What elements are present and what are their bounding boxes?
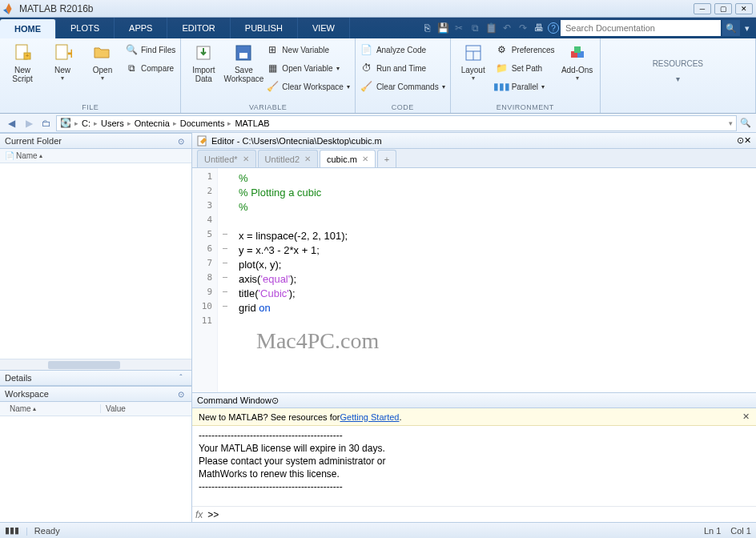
help-icon[interactable]: ? [548,22,559,34]
search-documentation-input[interactable] [561,20,721,36]
editor-tab-untitled[interactable]: Untitled*✕ [197,150,256,167]
command-window-header[interactable]: Command Window ⊙ [192,392,756,408]
current-folder-body[interactable] [0,163,191,359]
close-icon[interactable]: ✕ [243,155,249,163]
layout-icon [462,42,485,64]
editor-header[interactable]: Editor - C:\Users\Ontecnia\Desktop\cubic… [192,133,756,149]
analyze-code-button[interactable]: 📄Analyze Code [360,42,445,58]
tab-editor[interactable]: EDITOR [167,18,230,38]
workspace-header[interactable]: Workspace ⊙ [0,386,191,402]
add-tab-button[interactable]: + [377,150,396,167]
panel-menu-icon[interactable]: ⊙ [175,135,187,147]
chevron-down-icon[interactable]: ▾ [729,119,733,127]
crumb-users[interactable]: Users [101,118,124,128]
open-button[interactable]: Open ▾ [85,40,120,82]
ribbon: + New Script ✚ New ▾ Open ▾ 🔍Find Files … [0,38,756,114]
toolstrip-dropdown[interactable]: ▾ [742,23,753,34]
paste-icon[interactable]: 📋 [484,21,498,35]
tab-apps[interactable]: APPS [115,18,167,38]
find-files-button[interactable]: 🔍Find Files [125,42,175,58]
group-label-variable: VARIABLE [186,102,350,113]
group-label-file: FILE [5,102,175,113]
tab-plots[interactable]: PLOTS [56,18,115,38]
preferences-button[interactable]: ⚙Preferences [496,42,555,58]
code-area[interactable]: %% Plotting a cubic%x = linspace(-2, 2, … [232,168,756,392]
status-text: Ready [34,526,60,536]
maximize-button[interactable]: ▢ [714,3,732,14]
name-column-header[interactable]: 📄 Name ▴ [5,151,42,160]
clear-commands-button[interactable]: 🧹Clear Commands ▾ [360,78,445,94]
up-button[interactable]: 🗀 [38,116,54,130]
chevron-down-icon: ▾ [347,83,350,90]
editor-tab-untitled2[interactable]: Untitled2✕ [258,150,318,167]
workspace-value-column[interactable]: Value [101,404,187,413]
copy-icon[interactable]: ⧉ [468,21,482,35]
tab-view[interactable]: VIEW [298,18,350,38]
open-variable-button[interactable]: ▦Open Variable ▾ [266,60,350,76]
crumb-matlab[interactable]: MATLAB [235,118,269,128]
busy-indicator-icon: ▮▮▮ [5,525,19,536]
forward-button[interactable]: ▶ [21,116,37,130]
clear-commands-icon: 🧹 [360,80,373,93]
minimize-button[interactable]: ─ [694,3,711,14]
svg-rect-3 [56,45,67,59]
close-icon[interactable]: ✕ [744,135,751,146]
code-editor[interactable]: 1234567891011 –––––– %% Plotting a cubic… [192,168,756,392]
new-script-button[interactable]: + New Script [5,40,40,83]
close-icon[interactable]: ✕ [362,155,368,163]
tab-publish[interactable]: PUBLISH [231,18,298,38]
crumb-drive[interactable]: C: [82,118,90,128]
compare-button[interactable]: ⧉Compare [125,60,175,76]
getting-started-link[interactable]: Getting Started [340,412,399,422]
panel-menu-icon[interactable]: ⊙ [737,135,744,146]
chevron-down-icon[interactable]: ▾ [653,74,703,83]
svg-text:✚: ✚ [67,47,72,60]
chevron-down-icon: ▾ [442,83,445,90]
import-data-button[interactable]: Import Data [186,40,221,83]
fx-icon[interactable]: fx [195,509,203,520]
save-workspace-button[interactable]: Save Workspace [226,40,261,83]
quick-access-icon[interactable]: ⎘ [420,21,434,35]
cut-icon[interactable]: ✂ [452,21,466,35]
expand-icon[interactable]: ˆ [175,372,187,383]
print-icon[interactable]: 🖶 [532,21,546,35]
svg-text:+: + [26,52,30,59]
editor-tab-cubic[interactable]: cubic.m✕ [320,150,376,167]
run-and-time-button[interactable]: ⏱Run and Time [360,60,445,76]
breakpoint-column[interactable]: –––––– [218,168,232,392]
panel-menu-icon[interactable]: ⊙ [175,388,187,399]
new-variable-icon: ⊞ [266,43,279,56]
set-path-button[interactable]: 📁Set Path [496,60,555,76]
crumb-ontecnia[interactable]: Ontecnia [135,118,170,128]
open-variable-icon: ▦ [266,62,279,74]
set-path-icon: 📁 [496,62,509,74]
undo-icon[interactable]: ↶ [500,21,514,35]
close-banner-button[interactable]: ✕ [742,412,750,422]
close-icon[interactable]: ✕ [304,155,311,163]
workspace-body[interactable] [0,416,191,522]
redo-icon[interactable]: ↷ [516,21,530,35]
back-button[interactable]: ◀ [3,116,19,130]
current-folder-header[interactable]: Current Folder ⊙ [0,133,191,149]
svg-rect-7 [239,53,247,58]
command-input[interactable]: fx >> [192,506,756,522]
search-folder-button[interactable]: 🔍 [738,116,753,130]
crumb-documents[interactable]: Documents [180,118,225,128]
close-button[interactable]: ✕ [735,3,753,14]
parallel-button[interactable]: ▮▮▮Parallel ▾ [496,78,555,94]
clear-workspace-button[interactable]: 🧹Clear Workspace ▾ [266,78,350,94]
analyze-code-icon: 📄 [360,43,373,56]
workspace-name-column[interactable]: Name ▴ [5,404,101,413]
command-output[interactable]: ----------------------------------------… [192,426,756,506]
search-button[interactable]: 🔍 [722,20,740,36]
new-button[interactable]: ✚ New ▾ [45,40,80,82]
horizontal-scrollbar[interactable] [0,359,191,370]
save-icon[interactable]: 💾 [436,21,450,35]
details-header[interactable]: Details ˆ [0,370,191,386]
panel-menu-icon[interactable]: ⊙ [271,395,279,406]
breadcrumb[interactable]: 💽 ▸ C: ▸ Users ▸ Ontecnia ▸ Documents ▸ … [56,115,737,131]
layout-button[interactable]: Layout ▾ [456,40,491,82]
addons-button[interactable]: Add-Ons ▾ [560,40,595,82]
new-variable-button[interactable]: ⊞New Variable [266,42,350,58]
tab-home[interactable]: HOME [0,19,56,38]
